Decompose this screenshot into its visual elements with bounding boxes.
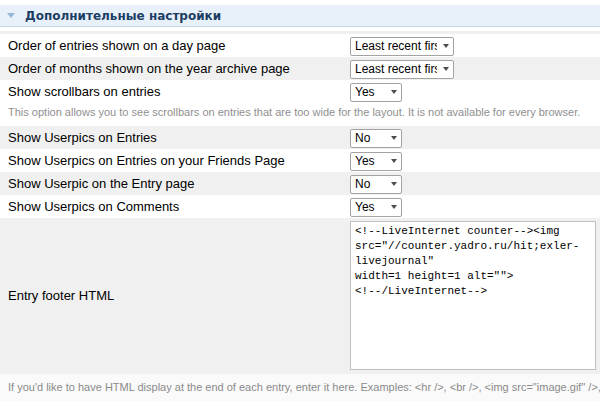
setting-label-entry-footer-html: Entry footer HTML — [8, 221, 350, 370]
setting-label-day-order: Order of entries shown on a day page — [8, 38, 350, 53]
userpic-entry-page-select-wrap: No — [350, 174, 402, 194]
userpics-comments-select-wrap: Yes — [350, 197, 402, 217]
userpic-entry-page-select[interactable]: No — [350, 175, 402, 194]
scrollbars-select[interactable]: Yes — [350, 83, 402, 102]
scrollbars-select-wrap: Yes — [350, 82, 402, 102]
footer-help-text: If you'd like to have HTML display at th… — [0, 374, 600, 401]
setting-label-userpic-entry-page: Show Userpic on the Entry page — [8, 176, 350, 191]
userpics-entries-select[interactable]: No — [350, 129, 402, 148]
setting-row-userpic-entry-page: Show Userpic on the Entry page No — [0, 172, 600, 195]
day-order-select[interactable]: Least recent first — [350, 37, 454, 56]
userpics-friends-select-wrap: Yes — [350, 151, 402, 171]
entry-footer-html-textarea[interactable]: <!--LiveInternet counter--><img src="//c… — [350, 221, 596, 370]
setting-label-userpics-entries: Show Userpics on Entries — [8, 130, 350, 145]
setting-label-scrollbars: Show scrollbars on entries — [8, 84, 350, 99]
settings-panel: Дополнительные настройки Order of entrie… — [0, 0, 600, 401]
setting-row-userpics-friends: Show Userpics on Entries on your Friends… — [0, 149, 600, 172]
setting-row-scrollbars: Show scrollbars on entries Yes — [0, 80, 600, 103]
year-order-select-wrap: Least recent first — [350, 59, 454, 79]
year-order-select[interactable]: Least recent first — [350, 60, 454, 79]
userpics-comments-select[interactable]: Yes — [350, 198, 402, 217]
setting-label-userpics-friends: Show Userpics on Entries on your Friends… — [8, 153, 350, 168]
setting-row-day-order: Order of entries shown on a day page Lea… — [0, 34, 600, 57]
setting-row-userpics-comments: Show Userpics on Comments Yes — [0, 195, 600, 218]
userpics-entries-select-wrap: No — [350, 128, 402, 148]
setting-row-entry-footer-html: Entry footer HTML <!--LiveInternet count… — [0, 218, 600, 374]
day-order-select-wrap: Least recent first — [350, 36, 454, 56]
setting-block-scrollbars: Show scrollbars on entries Yes This opti… — [0, 80, 600, 126]
setting-label-userpics-comments: Show Userpics on Comments — [8, 199, 350, 214]
setting-label-year-order: Order of months shown on the year archiv… — [8, 61, 350, 76]
section-header[interactable]: Дополнительные настройки — [0, 5, 600, 27]
section-title: Дополнительные настройки — [25, 9, 221, 23]
setting-row-userpics-entries: Show Userpics on Entries No — [0, 126, 600, 149]
userpics-friends-select[interactable]: Yes — [350, 152, 402, 171]
collapse-triangle-icon[interactable] — [7, 13, 15, 18]
scrollbars-note: This option allows you to see scrollbars… — [0, 103, 600, 126]
setting-row-year-order: Order of months shown on the year archiv… — [0, 57, 600, 80]
